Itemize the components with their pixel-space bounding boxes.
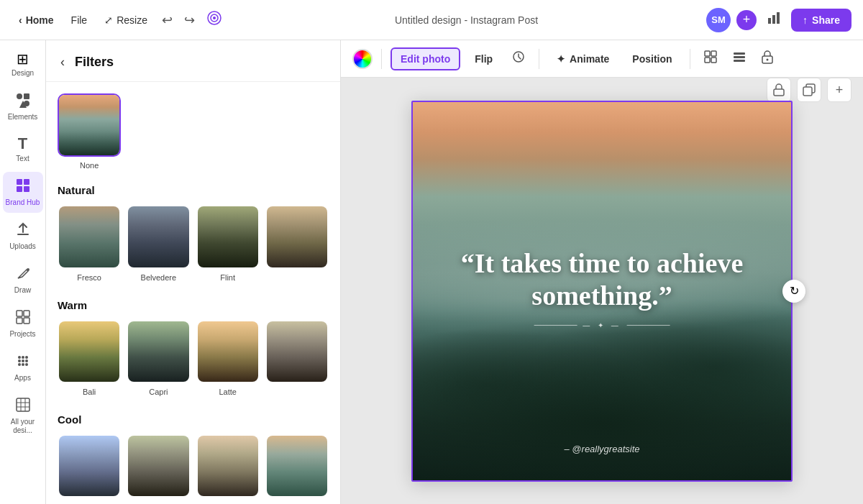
filter-thumb-none bbox=[58, 93, 121, 157]
svg-rect-40 bbox=[734, 56, 745, 58]
cool-section-title: Cool bbox=[58, 413, 329, 426]
text-label: Text bbox=[16, 155, 29, 163]
home-button[interactable]: ‹ Home bbox=[12, 10, 61, 30]
svg-rect-13 bbox=[24, 186, 29, 192]
filter-label-fresco: Fresco bbox=[77, 273, 101, 282]
sidebar-item-projects[interactable]: Projects bbox=[3, 303, 43, 344]
svg-rect-7 bbox=[24, 93, 29, 99]
filter-cool3[interactable] bbox=[196, 434, 260, 502]
design-canvas[interactable]: “It takes time to achieve something.” — … bbox=[411, 101, 793, 482]
svg-rect-35 bbox=[705, 51, 710, 56]
main-layout: ⊞ Design Elements T Text Brand Hub Uploa… bbox=[0, 40, 863, 504]
sidebar-item-all-designs[interactable]: All your desi... bbox=[3, 391, 43, 441]
filter-bali[interactable]: Bali bbox=[58, 320, 121, 396]
filter-image-natural-extra bbox=[267, 206, 327, 267]
resize-icon: ⤢ bbox=[104, 14, 113, 26]
svg-rect-9 bbox=[24, 101, 29, 106]
svg-point-2 bbox=[213, 17, 216, 19]
filter-none[interactable]: None bbox=[58, 93, 121, 170]
rotate-handle[interactable]: ↻ bbox=[782, 280, 805, 303]
edit-photo-button[interactable]: Edit photo bbox=[391, 47, 460, 70]
svg-rect-5 bbox=[777, 12, 780, 24]
filter-belvedere[interactable]: Belvedere bbox=[127, 205, 190, 281]
svg-rect-10 bbox=[17, 179, 22, 185]
animate-button[interactable]: ✦ Animate bbox=[548, 49, 618, 69]
color-picker-button[interactable] bbox=[352, 49, 373, 69]
svg-point-6 bbox=[17, 93, 22, 99]
undo-button[interactable]: ↩ bbox=[157, 8, 177, 32]
filter-fresco[interactable]: Fresco bbox=[58, 205, 121, 281]
canvas-quote: “It takes time to achieve something.” — … bbox=[451, 247, 754, 334]
add-member-button[interactable]: + bbox=[736, 10, 757, 30]
canvas-content: 🗑 ••• “It takes time to achieve somethin… bbox=[352, 89, 851, 492]
sidebar-item-uploads[interactable]: Uploads bbox=[3, 216, 43, 257]
resize-button[interactable]: ⤢ Resize bbox=[97, 10, 155, 30]
analytics-button[interactable] bbox=[762, 6, 785, 33]
resize-label: Resize bbox=[117, 14, 147, 26]
filter-flint[interactable]: Flint bbox=[196, 205, 260, 281]
grid-button[interactable] bbox=[699, 45, 722, 72]
brand-hub-icon bbox=[15, 178, 31, 196]
magic-button[interactable] bbox=[202, 6, 227, 34]
toolbar-separator-1 bbox=[381, 49, 382, 69]
flip-button[interactable]: Flip bbox=[466, 49, 501, 69]
design-icon: ⊞ bbox=[17, 52, 29, 66]
filter-thumb-belvedere bbox=[127, 205, 190, 268]
filter-image-cool1 bbox=[59, 436, 119, 496]
back-button[interactable]: ‹ bbox=[58, 52, 68, 73]
design-label: Design bbox=[12, 69, 34, 78]
position-label: Position bbox=[632, 53, 672, 65]
document-title: Untitled design - Instagram Post bbox=[232, 14, 700, 26]
svg-rect-17 bbox=[24, 311, 29, 316]
timer-button[interactable] bbox=[507, 45, 530, 72]
share-button[interactable]: ↑ Share bbox=[791, 9, 851, 32]
elements-label: Elements bbox=[8, 113, 38, 122]
svg-rect-29 bbox=[17, 398, 29, 411]
apps-label: Apps bbox=[14, 374, 31, 382]
filter-image-cool-extra bbox=[267, 436, 327, 496]
filter-label-capri: Capri bbox=[149, 388, 168, 396]
sidebar-item-text[interactable]: T Text bbox=[3, 130, 43, 169]
svg-point-22 bbox=[25, 356, 28, 359]
sidebar-item-apps[interactable]: Apps bbox=[3, 347, 43, 388]
svg-point-21 bbox=[22, 356, 24, 359]
position-button[interactable]: Position bbox=[624, 49, 680, 69]
filters-panel: ‹ Filters None Natural Fr bbox=[46, 40, 341, 504]
filters-title: Filters bbox=[75, 55, 114, 70]
avatar[interactable]: SM bbox=[706, 8, 731, 32]
lock-button[interactable] bbox=[757, 45, 778, 72]
secondary-toolbar: Edit photo Flip ✦ Animate Position bbox=[341, 40, 863, 78]
filter-thumb-fresco bbox=[58, 205, 121, 268]
filter-latte[interactable]: Latte bbox=[196, 320, 260, 396]
sidebar-item-draw[interactable]: Draw bbox=[3, 260, 43, 301]
filter-label-belvedere: Belvedere bbox=[141, 273, 177, 282]
canvas-area: + 🗑 ••• bbox=[341, 78, 863, 504]
sidebar-item-design[interactable]: ⊞ Design bbox=[3, 46, 43, 83]
svg-rect-39 bbox=[734, 52, 745, 55]
layout-button[interactable] bbox=[728, 45, 751, 72]
filter-capri[interactable]: Capri bbox=[127, 320, 190, 396]
sidebar-icons: ⊞ Design Elements T Text Brand Hub Uploa… bbox=[0, 40, 46, 504]
filter-cool-extra[interactable] bbox=[265, 434, 329, 502]
filter-cool1[interactable] bbox=[58, 434, 121, 502]
filter-warm-extra[interactable] bbox=[265, 320, 329, 396]
filter-image-capri bbox=[128, 321, 188, 382]
filter-cool2[interactable] bbox=[127, 434, 190, 502]
filter-natural-extra[interactable] bbox=[265, 205, 329, 281]
file-button[interactable]: File bbox=[64, 10, 95, 30]
uploads-icon bbox=[15, 221, 31, 239]
filter-thumb-cool1 bbox=[58, 434, 121, 498]
text-icon: T bbox=[18, 136, 27, 152]
filter-image-fresco bbox=[59, 206, 119, 267]
svg-rect-18 bbox=[17, 318, 22, 324]
filter-thumb-flint bbox=[196, 205, 260, 268]
svg-point-27 bbox=[22, 363, 24, 366]
sidebar-item-brand-hub[interactable]: Brand Hub bbox=[3, 172, 43, 213]
filter-thumb-cool2 bbox=[127, 434, 190, 498]
elements-icon bbox=[15, 92, 31, 110]
chevron-left-icon: ‹ bbox=[19, 14, 22, 26]
redo-button[interactable]: ↪ bbox=[180, 8, 199, 32]
draw-icon bbox=[15, 265, 31, 283]
sidebar-item-elements[interactable]: Elements bbox=[3, 86, 43, 127]
projects-label: Projects bbox=[9, 330, 35, 339]
